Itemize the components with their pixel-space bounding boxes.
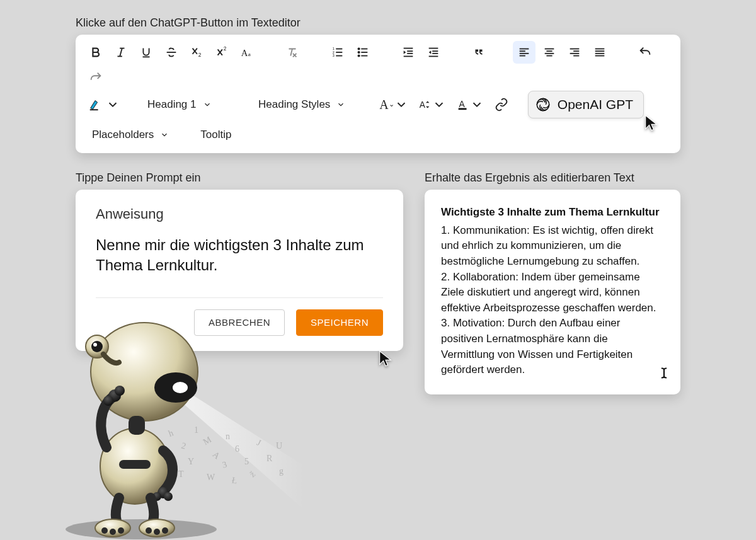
svg-point-74: [118, 527, 124, 534]
svg-point-55: [100, 428, 169, 504]
svg-point-59: [173, 382, 188, 393]
tooltip-button[interactable]: Tooltip: [193, 122, 239, 147]
openai-gpt-button[interactable]: OpenAI GPT: [528, 91, 644, 118]
svg-text:3: 3: [333, 54, 335, 57]
align-center-button[interactable]: [538, 41, 561, 64]
result-item-2: 2. Kollaboration: Indem über gemeinsame …: [441, 270, 664, 316]
svg-point-67: [158, 487, 169, 498]
openai-gpt-label: OpenAI GPT: [558, 97, 633, 112]
letter-scatter-decoration: h 2 1 M Y A n 6 3 5 J R U ž W Ł g T: [169, 422, 314, 498]
placeholders-dropdown[interactable]: Placeholders: [84, 122, 176, 147]
result-title: Wichtigste 3 Inhalte zum Thema Lernkultu…: [441, 205, 664, 221]
italic-button[interactable]: [110, 41, 132, 64]
prompt-caption: Tippe Deinen Prompt ein: [76, 171, 403, 185]
align-justify-button[interactable]: [588, 41, 611, 64]
svg-point-66: [115, 386, 125, 396]
svg-rect-63: [129, 416, 145, 435]
bullet-list-button[interactable]: [352, 41, 374, 64]
svg-point-75: [146, 527, 152, 534]
mouse-cursor-icon: [377, 349, 394, 368]
svg-text:A: A: [459, 100, 465, 109]
openai-logo-icon: [535, 96, 551, 113]
toolbar-caption: Klicke auf den ChatGPT-Button im Textedi…: [76, 16, 680, 30]
svg-point-71: [139, 519, 175, 537]
text-editor-toolbar: 2 2 Aa 123: [76, 35, 680, 153]
cancel-button[interactable]: ABBRECHEN: [194, 309, 285, 336]
underline-button[interactable]: [135, 41, 158, 64]
svg-text:A: A: [420, 100, 426, 110]
text-color-dropdown[interactable]: A: [452, 93, 488, 116]
svg-point-72: [101, 527, 108, 534]
svg-point-58: [154, 372, 197, 403]
svg-point-70: [95, 519, 130, 537]
blockquote-button[interactable]: [467, 41, 490, 64]
svg-text:2: 2: [198, 52, 202, 58]
prompt-input[interactable]: Nenne mir die wichtigsten 3 Inhalte zum …: [96, 235, 383, 276]
clear-formatting-button[interactable]: [281, 41, 304, 64]
heading-dropdown-label: Heading 1: [147, 98, 197, 111]
placeholders-label: Placeholders: [92, 129, 154, 141]
tooltip-label: Tooltip: [200, 129, 231, 141]
svg-point-65: [103, 396, 113, 406]
heading-dropdown[interactable]: Heading 1: [140, 92, 234, 117]
svg-rect-50: [458, 108, 466, 110]
svg-marker-54: [176, 384, 305, 510]
svg-point-53: [66, 519, 217, 539]
heading-styles-dropdown[interactable]: Heading Styles: [251, 92, 353, 117]
result-item-3: 3. Motivation: Durch den Aufbau einer po…: [441, 316, 664, 378]
svg-point-77: [162, 527, 168, 534]
undo-button[interactable]: [634, 41, 656, 64]
text-cursor-icon: [658, 367, 670, 384]
highlight-color-button[interactable]: [84, 93, 123, 116]
svg-point-51: [537, 98, 549, 111]
result-card[interactable]: Wichtigste 3 Inhalte zum Thema Lernkultu…: [425, 190, 680, 394]
heading-styles-label: Heading Styles: [258, 98, 330, 111]
save-button[interactable]: SPEICHERN: [296, 309, 383, 336]
redo-button[interactable]: [84, 66, 107, 89]
bold-button[interactable]: [84, 41, 107, 64]
strikethrough-button[interactable]: [160, 41, 183, 64]
align-left-button[interactable]: [513, 41, 536, 64]
line-height-dropdown[interactable]: A: [415, 93, 450, 116]
result-item-1: 1. Kommunikation: Es ist wichtig, offen …: [441, 223, 664, 270]
outdent-button[interactable]: [422, 41, 445, 64]
prompt-card: Anweisung Nenne mir die wichtigsten 3 In…: [76, 190, 403, 351]
prompt-title: Anweisung: [96, 206, 383, 222]
superscript-button[interactable]: 2: [210, 41, 233, 64]
divider: [96, 297, 383, 298]
indent-button[interactable]: [397, 41, 420, 64]
svg-line-0: [120, 49, 122, 57]
result-caption: Erhalte das Ergebnis als editierbaren Te…: [425, 171, 680, 185]
link-button[interactable]: [490, 93, 513, 116]
svg-point-73: [110, 529, 116, 535]
svg-point-64: [108, 389, 121, 402]
svg-text:A: A: [241, 48, 248, 58]
subscript-button[interactable]: 2: [185, 41, 208, 64]
svg-text:2: 2: [224, 46, 227, 52]
svg-point-76: [154, 529, 160, 535]
svg-point-22: [358, 55, 359, 56]
svg-point-20: [358, 48, 359, 49]
svg-rect-56: [119, 460, 151, 469]
svg-text:a: a: [248, 51, 251, 57]
svg-point-68: [152, 492, 161, 501]
numbered-list-button[interactable]: 123: [326, 41, 349, 64]
svg-point-21: [358, 52, 359, 53]
svg-rect-47: [90, 109, 98, 110]
align-right-button[interactable]: [563, 41, 586, 64]
svg-point-69: [164, 492, 173, 501]
font-size-button[interactable]: Aa: [236, 41, 258, 64]
font-family-dropdown[interactable]: A⌄: [375, 93, 411, 116]
